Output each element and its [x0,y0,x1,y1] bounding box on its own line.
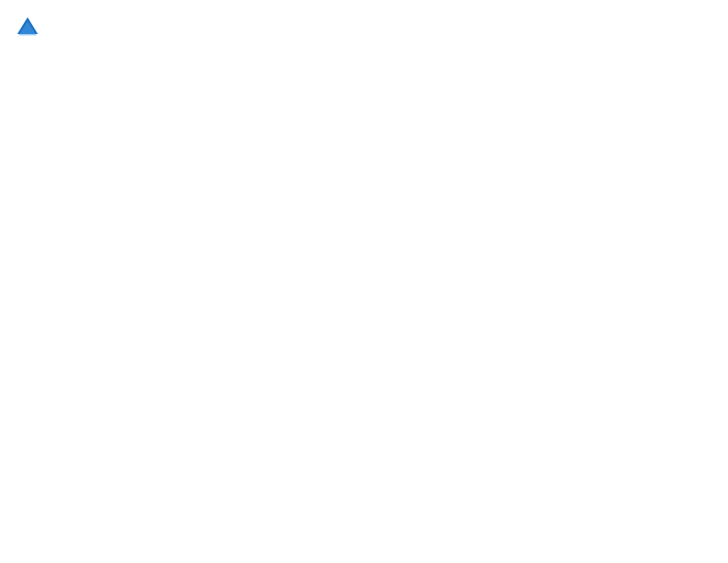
page-header [15,15,713,40]
logo [15,15,44,40]
logo-icon [15,15,40,40]
